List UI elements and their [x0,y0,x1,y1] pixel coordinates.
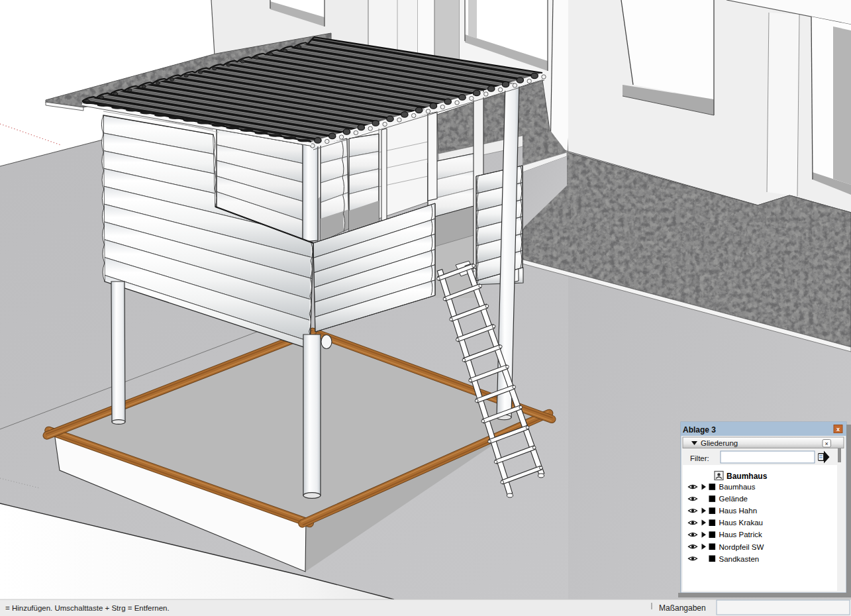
svg-text:Haus Hahn: Haus Hahn [719,507,758,515]
svg-text:Baumhaus: Baumhaus [726,472,768,481]
svg-text:Sandkasten: Sandkasten [719,555,760,563]
svg-text:Gelände: Gelände [719,495,748,503]
svg-text:Filter:: Filter: [690,454,709,462]
svg-text:Haus Krakau: Haus Krakau [719,519,763,527]
svg-text:Baumhaus: Baumhaus [719,483,756,491]
svg-text:Maßangaben: Maßangaben [659,603,706,613]
svg-text:= Hinzufügen. Umschalttaste +: = Hinzufügen. Umschalttaste + Strg = Ent… [5,604,170,612]
svg-text:Ablage 3: Ablage 3 [683,425,716,435]
svg-text:Haus Patrick: Haus Patrick [719,531,762,539]
svg-text:x: x [836,426,840,433]
svg-text:×: × [825,440,828,447]
svg-text:Gliederung: Gliederung [701,439,738,447]
svg-text:Nordpfeil SW: Nordpfeil SW [719,543,764,551]
